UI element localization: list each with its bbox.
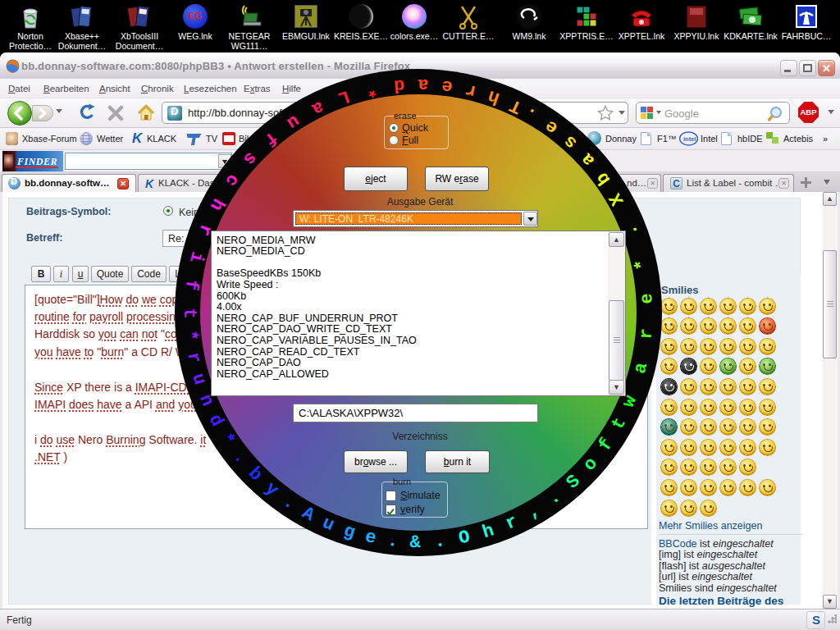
svg-text:intel: intel bbox=[683, 135, 696, 143]
